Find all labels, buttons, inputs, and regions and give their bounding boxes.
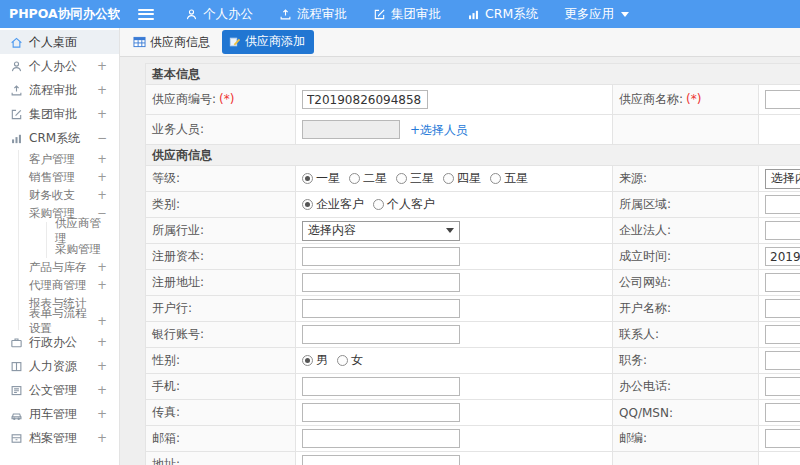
nav-item-crm[interactable]: CRM系统	[454, 0, 551, 28]
field-label: 企业法人:	[619, 223, 671, 237]
expand-icon[interactable]: +	[97, 188, 107, 202]
sidebar-item-sales-mgmt[interactable]: 销售管理 +	[19, 168, 119, 186]
tab-supplier-info[interactable]: 供应商信息	[133, 34, 210, 51]
expand-icon[interactable]: +	[97, 83, 107, 97]
form-row: 等级: 一星 二星 三星 四星 五星 来源: 选择内容	[146, 166, 800, 192]
sidebar-item-group-approval[interactable]: 集团审批 +	[0, 102, 119, 126]
industry-select[interactable]: 选择内容	[302, 221, 460, 241]
form-content: 基本信息 供应商编号:(*) 供应商名称:(*) 业务人员: +选择人员 供应商…	[120, 57, 800, 465]
expand-icon[interactable]: +	[97, 107, 107, 121]
field-label: 供应商名称:	[619, 92, 683, 106]
sidebar-item-process-approval[interactable]: 流程审批 +	[0, 78, 119, 102]
supplier-name-input[interactable]	[765, 90, 800, 109]
sidebar-item-label: 个人办公	[29, 58, 77, 75]
business-person-input[interactable]	[302, 120, 400, 139]
radio-level-4star[interactable]: 四星	[443, 170, 481, 187]
sidebar-item-agent-mgmt[interactable]: 代理商管理 +	[19, 276, 119, 294]
sidebar-item-product-inventory[interactable]: 产品与库存 +	[19, 258, 119, 276]
field-label: 供应商编号:	[152, 92, 216, 106]
sidebar-item-personal-office[interactable]: 个人办公 +	[0, 54, 119, 78]
radio-category-personal[interactable]: 个人客户	[373, 196, 435, 213]
sidebar-item-label: 个人桌面	[29, 34, 77, 51]
fax-input[interactable]	[302, 403, 460, 422]
tab-supplier-add[interactable]: 供应商添加	[222, 30, 314, 54]
bank-account-input[interactable]	[302, 325, 460, 344]
form-row: 供应商编号:(*) 供应商名称:(*)	[146, 85, 800, 115]
sidebar-item-label: CRM系统	[29, 130, 80, 147]
sidebar-item-customer-mgmt[interactable]: 客户管理 +	[19, 150, 119, 168]
account-name-input[interactable]	[765, 299, 800, 318]
category-radio-group: 企业客户 个人客户	[302, 196, 435, 213]
sidebar-item-hr[interactable]: 人力资源 +	[0, 354, 119, 378]
established-date-input[interactable]	[765, 247, 800, 266]
expand-icon[interactable]: +	[97, 383, 107, 397]
sidebar-toggle-icon[interactable]	[138, 9, 154, 20]
qq-msn-input[interactable]	[765, 403, 800, 422]
choose-person-link[interactable]: +选择人员	[410, 123, 468, 137]
app-window: PHPOA协同办公软件 个人办公 流程审批 集团审批 CRM系统 更多应用	[0, 0, 800, 465]
level-radio-group: 一星 二星 三星 四星 五星	[302, 170, 528, 187]
collapse-icon[interactable]: −	[97, 131, 107, 145]
sidebar-item-form-process-settings[interactable]: 表单与流程设置 +	[19, 312, 119, 330]
archive-icon	[10, 432, 23, 445]
expand-icon[interactable]: +	[97, 260, 107, 274]
sidebar-item-purchase[interactable]: 采购管理	[47, 240, 119, 258]
email-input[interactable]	[302, 429, 460, 448]
app-logo[interactable]: PHPOA协同办公软件	[0, 6, 120, 23]
sidebar-item-document-mgmt[interactable]: 公文管理 +	[0, 378, 119, 402]
registered-address-input[interactable]	[302, 273, 460, 292]
nav-item-personal-office[interactable]: 个人办公	[172, 0, 266, 28]
source-select[interactable]: 选择内容	[765, 169, 800, 189]
expand-icon[interactable]: +	[97, 170, 107, 184]
field-label: 成立时间:	[619, 249, 671, 263]
sidebar-item-supplier-mgmt[interactable]: 供应商管理	[47, 222, 119, 240]
nav-item-more-apps[interactable]: 更多应用	[551, 0, 642, 28]
nav-item-group-approval[interactable]: 集团审批	[360, 0, 454, 28]
sidebar-item-vehicle-mgmt[interactable]: 用车管理 +	[0, 402, 119, 426]
main-panel: 供应商信息 供应商添加 基本信息 供应商编号:(*) 供应商名称:(*) 业务人…	[120, 28, 800, 465]
sidebar-item-label: 流程审批	[29, 82, 77, 99]
radio-gender-male[interactable]: 男	[302, 352, 328, 369]
expand-icon[interactable]: +	[97, 335, 107, 349]
home-icon	[10, 36, 23, 49]
sidebar-item-archive-mgmt[interactable]: 档案管理 +	[0, 426, 119, 450]
supplier-no-input[interactable]	[302, 90, 428, 109]
expand-icon[interactable]: +	[97, 407, 107, 421]
radio-level-3star[interactable]: 三星	[396, 170, 434, 187]
radio-icon	[490, 173, 501, 184]
registered-capital-input[interactable]	[302, 247, 460, 266]
sidebar-item-admin-office[interactable]: 行政办公 +	[0, 330, 119, 354]
radio-level-2star[interactable]: 二星	[349, 170, 387, 187]
company-website-input[interactable]	[765, 273, 800, 292]
legal-person-input[interactable]	[765, 221, 800, 240]
mobile-input[interactable]	[302, 377, 460, 396]
bank-input[interactable]	[302, 299, 460, 318]
radio-gender-female[interactable]: 女	[337, 352, 363, 369]
sidebar-item-finance[interactable]: 财务收支 +	[19, 186, 119, 204]
sidebar-item-label: 集团审批	[29, 106, 77, 123]
region-input[interactable]	[765, 195, 800, 214]
field-label: 所属行业:	[152, 223, 204, 237]
sidebar-item-crm[interactable]: CRM系统 −	[0, 126, 119, 150]
nav-item-process-approval[interactable]: 流程审批	[266, 0, 360, 28]
edit-note-icon	[229, 36, 241, 48]
office-phone-input[interactable]	[765, 377, 800, 396]
sidebar-item-personal-desktop[interactable]: 个人桌面	[0, 30, 119, 54]
expand-icon[interactable]: +	[97, 431, 107, 445]
radio-category-enterprise[interactable]: 企业客户	[302, 196, 364, 213]
contact-person-input[interactable]	[765, 325, 800, 344]
expand-icon[interactable]: +	[97, 359, 107, 373]
expand-icon[interactable]: +	[97, 314, 107, 328]
address-input[interactable]	[302, 455, 460, 465]
table-icon	[133, 36, 146, 48]
form-row: 银行账号: 联系人:	[146, 322, 800, 348]
position-input[interactable]	[765, 351, 800, 370]
crm-submenu: 客户管理 + 销售管理 + 财务收支 + 采购管理 − 供应商管理 采购管理	[18, 150, 119, 330]
expand-icon[interactable]: +	[97, 278, 107, 292]
expand-icon[interactable]: +	[97, 152, 107, 166]
radio-level-1star[interactable]: 一星	[302, 170, 340, 187]
expand-icon[interactable]: +	[97, 59, 107, 73]
radio-level-5star[interactable]: 五星	[490, 170, 528, 187]
form-row: 开户行: 开户名称:	[146, 296, 800, 322]
zip-code-input[interactable]	[765, 429, 800, 448]
